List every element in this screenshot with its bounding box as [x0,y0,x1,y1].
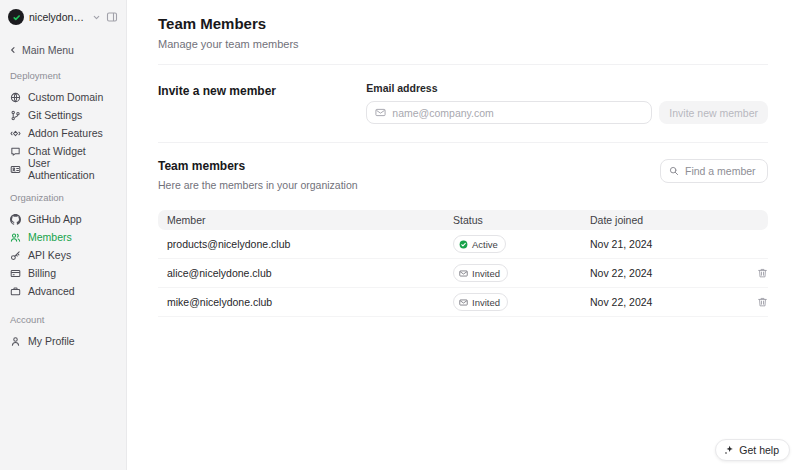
envelope-icon [459,269,468,278]
email-field[interactable] [392,107,643,119]
section-label-organization: Organization [10,192,118,203]
page-subtitle: Manage your team members [158,38,768,50]
workspace-switcher[interactable]: nicelydone-... [0,0,126,25]
status-badge-invited: Invited [453,293,508,311]
status-badge-label: Active [472,239,498,250]
credit-card-icon [10,268,21,279]
sidebar-item-label: Members [28,231,72,243]
sidebar-item-members[interactable]: Members [8,228,118,246]
briefcase-icon [10,286,21,297]
chevron-left-icon [9,46,17,54]
member-email: alice@nicelydone.club [158,267,453,279]
status-badge-active: Active [453,235,506,253]
invite-new-member-button[interactable]: Invite new member [659,101,768,124]
sparkle-icon [724,445,734,455]
email-field-wrapper [366,101,652,124]
search-member-wrapper [660,159,768,183]
email-label: Email address [366,82,768,94]
back-to-main-menu[interactable]: Main Menu [0,25,126,56]
back-link-label: Main Menu [22,44,74,56]
section-label-account: Account [10,314,118,325]
sidebar-item-billing[interactable]: Billing [8,264,118,282]
get-help-button[interactable]: Get help [715,439,790,461]
collapse-sidebar-icon[interactable] [106,11,118,23]
trash-icon [757,296,768,308]
status-badge-label: Invited [472,268,500,279]
id-card-icon [10,164,21,175]
invite-section-title: Invite a new member [158,82,276,124]
sidebar-item-github-app[interactable]: GitHub App [8,210,118,228]
team-members-title: Team members [158,159,358,173]
user-icon [10,336,21,347]
envelope-icon [459,298,468,307]
sidebar-item-api-keys[interactable]: API Keys [8,246,118,264]
check-circle-icon [459,240,468,249]
status-badge-invited: Invited [453,264,508,282]
column-header-status: Status [453,214,590,226]
sidebar-item-label: My Profile [28,335,75,347]
sidebar-item-label: User Authentication [28,157,118,181]
page-title: Team Members [158,15,768,32]
column-header-member: Member [158,214,453,226]
users-icon [10,232,21,243]
team-members-header: Team members Here are the members in you… [158,143,768,191]
table-header-row: Member Status Date joined [158,210,768,230]
key-icon [10,250,21,261]
sidebar-item-my-profile[interactable]: My Profile [8,332,118,350]
sidebar-nav: Deployment Custom Domain Git Settings Ad… [0,70,126,350]
table-row: alice@nicelydone.club Invited Nov 22, 20… [158,259,768,288]
invite-form: Email address Invite new member [366,82,768,124]
get-help-label: Get help [739,444,779,456]
sidebar-item-label: Git Settings [28,109,82,121]
sidebar-item-user-authentication[interactable]: User Authentication [8,160,118,178]
sidebar-item-git-settings[interactable]: Git Settings [8,106,118,124]
invite-section: Invite a new member Email address Invite… [158,65,768,143]
chevron-down-icon[interactable] [92,13,101,22]
sidebar-item-label: GitHub App [28,213,82,225]
member-date-joined: Nov 21, 2024 [590,238,746,250]
chat-bubble-icon [10,146,21,157]
member-date-joined: Nov 22, 2024 [590,267,746,279]
delete-member-button[interactable] [757,267,768,279]
member-date-joined: Nov 22, 2024 [590,296,746,308]
search-member-input[interactable] [685,165,759,177]
status-badge-label: Invited [472,297,500,308]
section-label-deployment: Deployment [10,70,118,81]
sidebar-item-label: API Keys [28,249,71,261]
table-row: products@nicelydone.club Active Nov 21, … [158,230,768,259]
column-header-date-joined: Date joined [590,214,746,226]
envelope-icon [375,107,386,118]
github-icon [10,214,21,225]
table-row: mike@nicelydone.club Invited Nov 22, 202… [158,288,768,317]
sidebar: nicelydone-... Main Menu Deployment Cust… [0,0,127,470]
team-members-subtitle: Here are the members in your organizatio… [158,179,358,191]
git-branch-icon [10,110,21,121]
members-table: Member Status Date joined products@nicel… [158,210,768,317]
trash-icon [757,267,768,279]
sidebar-item-label: Advanced [28,285,75,297]
search-icon [669,166,679,176]
sidebar-item-label: Billing [28,267,56,279]
sidebar-item-label: Custom Domain [28,91,103,103]
sidebar-item-advanced[interactable]: Advanced [8,282,118,300]
member-email: products@nicelydone.club [158,238,453,250]
main-content: Team Members Manage your team members In… [128,0,800,470]
sidebar-item-addon-features[interactable]: Addon Features [8,124,118,142]
addon-icon [10,128,21,139]
sidebar-item-label: Addon Features [28,127,103,139]
page-header: Team Members Manage your team members [128,0,800,65]
delete-member-button[interactable] [757,296,768,308]
globe-icon [10,92,21,103]
workspace-name: nicelydone-... [29,11,87,23]
workspace-avatar [8,9,24,25]
member-email: mike@nicelydone.club [158,296,453,308]
sidebar-item-label: Chat Widget [28,145,86,157]
sidebar-item-custom-domain[interactable]: Custom Domain [8,88,118,106]
logo-mark-icon [12,13,21,22]
